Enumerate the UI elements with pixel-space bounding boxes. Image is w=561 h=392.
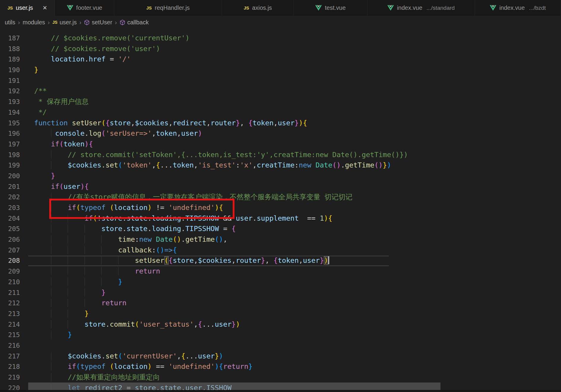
line-number[interactable]: 192 bbox=[0, 86, 20, 97]
indent-guide bbox=[85, 278, 102, 286]
code-line[interactable]: 209 return bbox=[0, 266, 561, 277]
line-number[interactable]: 196 bbox=[0, 128, 20, 139]
line-number[interactable]: 191 bbox=[0, 75, 20, 86]
line-number[interactable]: 215 bbox=[0, 330, 20, 340]
code-line[interactable]: 188 // $cookies.remove('user') bbox=[0, 44, 561, 54]
code-token: . bbox=[148, 225, 152, 233]
line-number[interactable]: 207 bbox=[0, 245, 20, 256]
line-number[interactable]: 204 bbox=[0, 213, 20, 224]
code-line[interactable]: 202 //有关store赋值的信息，一定要放在客户端渲染，不然整个服务端全局共… bbox=[0, 192, 561, 203]
code-token: setUser bbox=[135, 256, 164, 265]
tab-reqHandler-js[interactable]: JSreqHandler.js bbox=[114, 0, 222, 16]
code-line[interactable]: 216 bbox=[0, 340, 561, 351]
indent-guide bbox=[118, 256, 135, 265]
horizontal-scrollbar[interactable] bbox=[28, 382, 440, 390]
line-number[interactable]: 205 bbox=[0, 224, 20, 234]
indent-guide bbox=[51, 225, 68, 233]
code-line[interactable]: 214 store.commit('user_status',{...user}… bbox=[0, 319, 561, 330]
breadcrumb-item-setUser[interactable]: setUser bbox=[84, 19, 112, 26]
tab-axios-js[interactable]: JSaxios.js bbox=[222, 0, 294, 16]
tab-index-vue-bzdt[interactable]: index.vue.../bzdt bbox=[475, 0, 561, 16]
line-number[interactable]: 210 bbox=[0, 277, 20, 287]
code-token: // store.commit('setToken',{...token,is_… bbox=[68, 151, 408, 159]
code-line[interactable]: 210 } bbox=[0, 277, 561, 287]
code-line[interactable]: 206 time:new Date().getTime(), bbox=[0, 234, 561, 245]
code-line-text: function setUser({store,$cookies,redirec… bbox=[34, 118, 307, 129]
code-line[interactable]: 190} bbox=[0, 65, 561, 75]
line-number[interactable]: 212 bbox=[0, 298, 20, 309]
code-line[interactable]: 193 * 保存用户信息 bbox=[0, 97, 561, 107]
line-number[interactable]: 199 bbox=[0, 160, 20, 171]
code-line[interactable]: 189 location.href = '/' bbox=[0, 54, 561, 65]
code-line[interactable]: 204 if(!store.state.loading.TIPSSHOW && … bbox=[0, 213, 561, 224]
code-line[interactable]: 218 if(typeof (location) == 'undefined')… bbox=[0, 361, 561, 372]
line-number[interactable]: 202 bbox=[0, 192, 20, 203]
line-number[interactable]: 195 bbox=[0, 118, 20, 129]
code-token: TIPSSHOW bbox=[185, 225, 219, 233]
code-line[interactable]: 212 return bbox=[0, 298, 561, 309]
code-token: { bbox=[303, 119, 307, 127]
line-number[interactable]: 214 bbox=[0, 319, 20, 330]
code-line[interactable]: 201 if(user){ bbox=[0, 181, 561, 192]
breadcrumb-item-modules[interactable]: modules bbox=[23, 19, 45, 26]
line-number[interactable]: 197 bbox=[0, 139, 20, 150]
close-icon[interactable]: ✕ bbox=[42, 4, 47, 11]
indent-guide bbox=[101, 278, 118, 286]
breadcrumb-item-user-js[interactable]: JSuser.js bbox=[53, 19, 77, 26]
code-token: $cookies bbox=[68, 161, 101, 169]
code-line[interactable]: 199 $cookies.set('token',{...token,'is_t… bbox=[0, 160, 561, 171]
breadcrumb-item-utils[interactable]: utils bbox=[5, 19, 15, 26]
breadcrumb-separator-icon: › bbox=[18, 19, 20, 26]
code-token: . bbox=[101, 161, 105, 169]
code-line[interactable]: 217 $cookies.set('currentUser',{...user}… bbox=[0, 351, 561, 362]
line-number[interactable]: 213 bbox=[0, 309, 20, 319]
code-line[interactable]: 208 setUser({store,$cookies,router}, {to… bbox=[0, 255, 561, 266]
line-number[interactable]: 209 bbox=[0, 266, 20, 277]
code-token: . bbox=[101, 352, 105, 360]
tab-index-vue-standard[interactable]: index.vue.../standard bbox=[367, 0, 475, 16]
line-number[interactable]: 187 bbox=[0, 33, 20, 44]
code-line[interactable]: 198 // store.commit('setToken',{...token… bbox=[0, 150, 561, 160]
line-number[interactable]: 194 bbox=[0, 107, 20, 118]
code-line[interactable]: 194 */ bbox=[0, 107, 561, 118]
code-line[interactable]: 196 console.log('serUser=>',token,user) bbox=[0, 128, 561, 139]
code-token bbox=[106, 203, 110, 212]
tab-user-js[interactable]: JSuser.js✕ bbox=[0, 0, 55, 16]
line-number[interactable]: 203 bbox=[0, 203, 20, 213]
code-line[interactable]: 219 //如果有重定向地址则重定向 bbox=[0, 372, 561, 383]
line-number[interactable]: 211 bbox=[0, 287, 20, 298]
code-line[interactable]: 211 } bbox=[0, 287, 561, 298]
line-number[interactable]: 188 bbox=[0, 44, 20, 54]
code-line[interactable]: 195function setUser({store,$cookies,redi… bbox=[0, 118, 561, 129]
code-line-text: $cookies.set('token',{...token,'is_test'… bbox=[34, 160, 391, 171]
code-line[interactable]: 203 if(typeof (location) != 'undefined')… bbox=[0, 203, 561, 213]
code-token: user bbox=[236, 214, 253, 222]
breadcrumb-item-callback[interactable]: callback bbox=[120, 19, 149, 26]
code-token: } bbox=[236, 119, 240, 127]
line-number[interactable]: 193 bbox=[0, 97, 20, 107]
line-number[interactable]: 219 bbox=[0, 372, 20, 383]
code-line[interactable]: 197 if(token){ bbox=[0, 139, 561, 150]
code-line[interactable]: 215 } bbox=[0, 330, 561, 340]
line-number[interactable]: 216 bbox=[0, 340, 20, 351]
line-number[interactable]: 189 bbox=[0, 54, 20, 65]
code-line[interactable]: 192/** bbox=[0, 86, 561, 97]
line-number[interactable]: 218 bbox=[0, 361, 20, 372]
line-number[interactable]: 190 bbox=[0, 65, 20, 75]
tab-test-vue[interactable]: test.vue bbox=[294, 0, 367, 16]
line-number[interactable]: 198 bbox=[0, 150, 20, 160]
code-token: , bbox=[299, 256, 303, 265]
code-line[interactable]: 205 store.state.loading.TIPSSHOW = { bbox=[0, 224, 561, 234]
code-line[interactable]: 200 } bbox=[0, 171, 561, 181]
line-number[interactable]: 201 bbox=[0, 181, 20, 192]
code-line[interactable]: 213 } bbox=[0, 309, 561, 319]
code-token bbox=[152, 235, 156, 244]
code-line[interactable]: 191 bbox=[0, 75, 561, 86]
code-line[interactable]: 187 // $cookies.remove('currentUser') bbox=[0, 33, 561, 44]
line-number[interactable]: 206 bbox=[0, 234, 20, 245]
line-number[interactable]: 208 bbox=[0, 255, 20, 266]
line-number[interactable]: 217 bbox=[0, 351, 20, 362]
tab-footer-vue[interactable]: footer.vue bbox=[55, 0, 114, 16]
code-line[interactable]: 207 callback:()=>{ bbox=[0, 245, 561, 256]
line-number[interactable]: 200 bbox=[0, 171, 20, 181]
